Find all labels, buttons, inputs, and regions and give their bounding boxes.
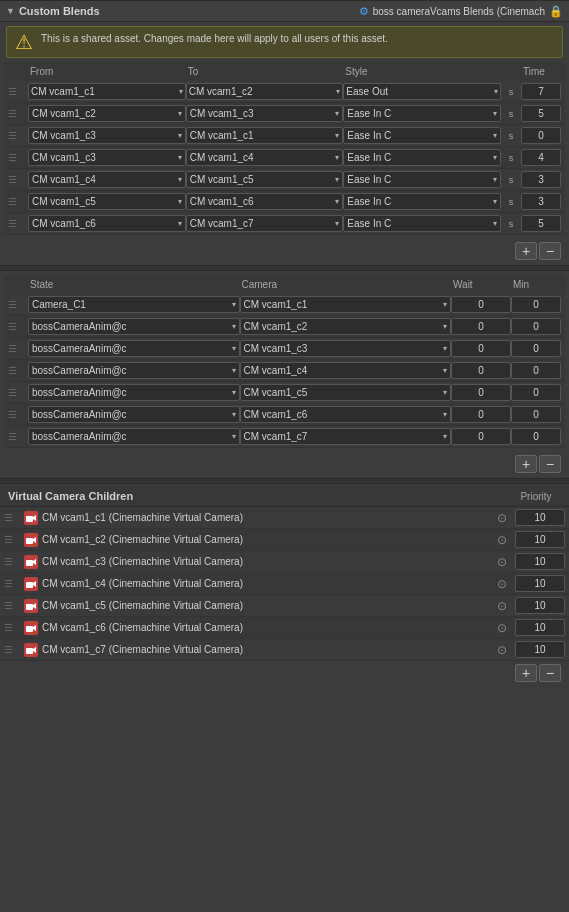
to-dropdown-6[interactable]: CM vcam1_c7 ▾	[186, 215, 344, 232]
blend-row-2: ☰ CM vcam1_c3 ▾ CM vcam1_c1 ▾ Ease In C …	[4, 125, 565, 147]
drag-handle-icon[interactable]: ☰	[8, 343, 28, 354]
states-remove-button[interactable]: −	[539, 455, 561, 473]
drag-handle-icon[interactable]: ☰	[8, 130, 28, 141]
clock-icon[interactable]: ⊙	[493, 509, 511, 527]
min-field-3[interactable]	[511, 362, 561, 379]
drag-handle-icon[interactable]: ☰	[4, 622, 20, 633]
priority-field-2[interactable]	[515, 553, 565, 570]
style-dropdown-0[interactable]: Ease Out ▾	[343, 83, 501, 100]
priority-field-3[interactable]	[515, 575, 565, 592]
from-dropdown-1[interactable]: CM vcam1_c2 ▾	[28, 105, 186, 122]
style-dropdown-4[interactable]: Ease In C ▾	[343, 171, 501, 188]
camera-dropdown-6[interactable]: CM vcam1_c7 ▾	[240, 428, 452, 445]
drag-handle-icon[interactable]: ☰	[8, 299, 28, 310]
wait-field-2[interactable]	[451, 340, 511, 357]
vcam-add-button[interactable]: +	[515, 664, 537, 682]
drag-handle-icon[interactable]: ☰	[8, 431, 28, 442]
to-dropdown-2[interactable]: CM vcam1_c1 ▾	[186, 127, 344, 144]
wait-field-6[interactable]	[451, 428, 511, 445]
to-dropdown-4[interactable]: CM vcam1_c5 ▾	[186, 171, 344, 188]
drag-handle-icon[interactable]: ☰	[4, 644, 20, 655]
clock-icon[interactable]: ⊙	[493, 597, 511, 615]
time-field-2[interactable]	[521, 127, 561, 144]
vcam-row-3: ☰ CM vcam1_c4 (Cinemachine Virtual Camer…	[0, 573, 569, 595]
drag-handle-icon[interactable]: ☰	[4, 578, 20, 589]
style-dropdown-1[interactable]: Ease In C ▾	[343, 105, 501, 122]
from-dropdown-2[interactable]: CM vcam1_c3 ▾	[28, 127, 186, 144]
style-dropdown-2[interactable]: Ease In C ▾	[343, 127, 501, 144]
time-field-6[interactable]	[521, 215, 561, 232]
states-add-button[interactable]: +	[515, 455, 537, 473]
time-field-1[interactable]	[521, 105, 561, 122]
from-dropdown-3[interactable]: CM vcam1_c3 ▾	[28, 149, 186, 166]
state-dropdown-6[interactable]: bossCameraAnim@c ▾	[28, 428, 240, 445]
from-dropdown-6[interactable]: CM vcam1_c6 ▾	[28, 215, 186, 232]
wait-field-5[interactable]	[451, 406, 511, 423]
min-field-0[interactable]	[511, 296, 561, 313]
drag-handle-icon[interactable]: ☰	[8, 174, 28, 185]
vcam-remove-button[interactable]: −	[539, 664, 561, 682]
drag-handle-icon[interactable]: ☰	[8, 321, 28, 332]
camera-dropdown-2[interactable]: CM vcam1_c3 ▾	[240, 340, 452, 357]
state-dropdown-1[interactable]: bossCameraAnim@c ▾	[28, 318, 240, 335]
collapse-arrow-icon[interactable]: ▼	[6, 6, 15, 16]
clock-icon[interactable]: ⊙	[493, 641, 511, 659]
wait-field-4[interactable]	[451, 384, 511, 401]
state-dropdown-2[interactable]: bossCameraAnim@c ▾	[28, 340, 240, 357]
time-field-3[interactable]	[521, 149, 561, 166]
drag-handle-icon[interactable]: ☰	[8, 152, 28, 163]
state-dropdown-3[interactable]: bossCameraAnim@c ▾	[28, 362, 240, 379]
min-field-5[interactable]	[511, 406, 561, 423]
wait-field-1[interactable]	[451, 318, 511, 335]
drag-handle-icon[interactable]: ☰	[4, 512, 20, 523]
state-dropdown-0[interactable]: Camera_C1 ▾	[28, 296, 240, 313]
time-field-4[interactable]	[521, 171, 561, 188]
clock-icon[interactable]: ⊙	[493, 531, 511, 549]
state-dropdown-5[interactable]: bossCameraAnim@c ▾	[28, 406, 240, 423]
drag-handle-icon[interactable]: ☰	[8, 218, 28, 229]
from-dropdown-4[interactable]: CM vcam1_c4 ▾	[28, 171, 186, 188]
camera-dropdown-0[interactable]: CM vcam1_c1 ▾	[240, 296, 452, 313]
drag-handle-icon[interactable]: ☰	[8, 196, 28, 207]
wait-field-3[interactable]	[451, 362, 511, 379]
from-dropdown-5[interactable]: CM vcam1_c5 ▾	[28, 193, 186, 210]
to-dropdown-1[interactable]: CM vcam1_c3 ▾	[186, 105, 344, 122]
camera-dropdown-3[interactable]: CM vcam1_c4 ▾	[240, 362, 452, 379]
state-dropdown-4[interactable]: bossCameraAnim@c ▾	[28, 384, 240, 401]
drag-handle-icon[interactable]: ☰	[8, 86, 28, 97]
camera-dropdown-5[interactable]: CM vcam1_c6 ▾	[240, 406, 452, 423]
blends-remove-button[interactable]: −	[539, 242, 561, 260]
priority-field-5[interactable]	[515, 619, 565, 636]
time-field-5[interactable]	[521, 193, 561, 210]
drag-handle-icon[interactable]: ☰	[8, 108, 28, 119]
drag-handle-icon[interactable]: ☰	[8, 365, 28, 376]
clock-icon[interactable]: ⊙	[493, 619, 511, 637]
clock-icon[interactable]: ⊙	[493, 575, 511, 593]
min-field-2[interactable]	[511, 340, 561, 357]
min-field-4[interactable]	[511, 384, 561, 401]
style-dropdown-6[interactable]: Ease In C ▾	[343, 215, 501, 232]
camera-dropdown-4[interactable]: CM vcam1_c5 ▾	[240, 384, 452, 401]
priority-field-1[interactable]	[515, 531, 565, 548]
style-dropdown-3[interactable]: Ease In C ▾	[343, 149, 501, 166]
priority-field-6[interactable]	[515, 641, 565, 658]
time-field-0[interactable]	[521, 83, 561, 100]
to-dropdown-0[interactable]: CM vcam1_c2 ▾	[186, 83, 344, 100]
style-dropdown-5[interactable]: Ease In C ▾	[343, 193, 501, 210]
drag-handle-icon[interactable]: ☰	[4, 556, 20, 567]
drag-handle-icon[interactable]: ☰	[4, 534, 20, 545]
priority-field-0[interactable]	[515, 509, 565, 526]
min-field-1[interactable]	[511, 318, 561, 335]
drag-handle-icon[interactable]: ☰	[8, 409, 28, 420]
drag-handle-icon[interactable]: ☰	[8, 387, 28, 398]
drag-handle-icon[interactable]: ☰	[4, 600, 20, 611]
blends-add-button[interactable]: +	[515, 242, 537, 260]
clock-icon[interactable]: ⊙	[493, 553, 511, 571]
priority-field-4[interactable]	[515, 597, 565, 614]
camera-dropdown-1[interactable]: CM vcam1_c2 ▾	[240, 318, 452, 335]
min-field-6[interactable]	[511, 428, 561, 445]
to-dropdown-3[interactable]: CM vcam1_c4 ▾	[186, 149, 344, 166]
to-dropdown-5[interactable]: CM vcam1_c6 ▾	[186, 193, 344, 210]
from-dropdown-0[interactable]: CM vcam1_c1 ▾	[28, 83, 186, 100]
wait-field-0[interactable]	[451, 296, 511, 313]
